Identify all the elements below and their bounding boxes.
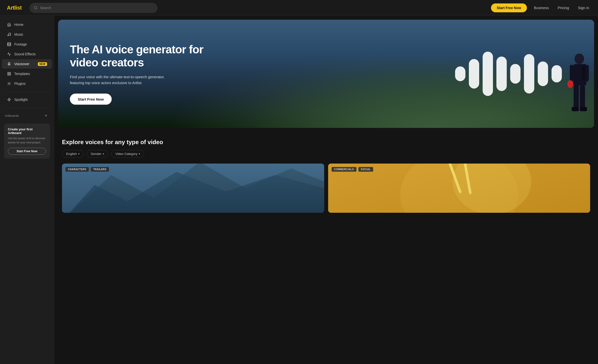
search-input[interactable] [40,6,153,10]
svg-point-16 [9,83,10,84]
top-nav: Artlist Start Free Now Business Pricing … [0,0,598,16]
svg-point-0 [34,6,37,9]
header-cta-button[interactable]: Start Free Now [491,3,527,12]
svg-point-18 [575,54,584,64]
music-icon [7,32,11,37]
sidebar-item-templates[interactable]: Templates [2,69,52,78]
sidebar-item-voiceover[interactable]: Voiceover NEW [2,59,52,69]
artboards-title: Artboards [5,114,19,118]
filter-row: English ▾ Gender ▾ Video Category ▾ [62,150,590,158]
main-layout: Home Music Footage Sound Effects Voiceov [0,16,598,364]
svg-rect-15 [8,74,9,75]
tag-social: SOCIAL [358,167,373,172]
language-filter-label: English [66,152,77,156]
home-icon [7,22,11,27]
gender-filter-label: Gender [91,152,101,156]
wave-bar-0 [455,66,465,81]
search-bar[interactable] [30,3,157,13]
language-filter[interactable]: English ▾ [62,150,84,158]
video-card-yellow[interactable]: COMMERCIALS SOCIAL [328,164,590,213]
templates-icon [7,72,11,76]
nav-link-business[interactable]: Business [532,5,551,11]
svg-rect-24 [580,85,585,109]
spotlight-icon [7,97,11,102]
yellow-card-tags: COMMERCIALS SOCIAL [332,167,373,172]
artboard-card: Create your first Artboard Use the power… [4,123,50,159]
tag-characters: CHARACTERS [65,167,89,172]
tag-commercials: COMMERCIALS [332,167,356,172]
wave-bar-3 [496,57,507,91]
sidebar: Home Music Footage Sound Effects Voiceov [0,16,54,364]
sidebar-label-home: Home [14,23,47,27]
wave-bar-7 [552,65,562,82]
svg-rect-12 [8,72,9,74]
artboard-card-title: Create your first Artboard [8,127,46,135]
hero-content: The AI voice generator for video creator… [70,43,208,105]
hero-banner: The AI voice generator for video creator… [58,20,594,128]
svg-rect-22 [585,65,589,81]
hero-person-silhouette [565,52,594,128]
svg-point-2 [10,35,11,36]
sidebar-label-spotlight: Spotlight [14,98,47,102]
hero-waveform [455,52,562,96]
wave-bar-4 [510,64,521,84]
wave-bar-6 [538,61,548,86]
mountains-card-tags: CHARACTERS TRAILERS [65,167,109,172]
sidebar-item-plugins[interactable]: Plugins [2,79,52,88]
category-filter-label: Video Category [115,152,137,156]
gender-filter[interactable]: Gender ▾ [87,150,108,158]
svg-point-27 [567,80,573,88]
svg-rect-26 [580,107,587,111]
voiceover-icon [7,62,11,66]
artboards-add-button[interactable]: + [43,113,49,119]
footage-icon [7,42,11,46]
sidebar-label-voiceover: Voiceover [14,62,35,66]
plugins-icon [7,81,11,86]
sound-effects-icon [7,52,11,56]
logo[interactable]: Artlist [7,5,22,11]
sidebar-divider [4,91,50,92]
main-content: The AI voice generator for video creator… [54,16,598,364]
wave-bar-1 [469,59,479,89]
svg-rect-13 [9,72,11,74]
video-grid: CHARACTERS TRAILERS [62,164,590,213]
sidebar-divider-2 [4,107,50,108]
svg-rect-14 [9,74,11,75]
hero-cta-button[interactable]: Start Free Now [70,93,112,105]
sidebar-item-footage[interactable]: Footage [2,40,52,49]
video-card-mountains[interactable]: CHARACTERS TRAILERS [62,164,324,213]
svg-rect-25 [572,107,579,111]
artboards-section: Artboards + [0,111,54,121]
category-chevron-icon: ▾ [139,152,140,155]
hero-subtitle: Find your voice with the ultimate text-t… [70,74,173,86]
explore-section: Explore voices for any type of video Eng… [54,132,598,220]
nav-link-pricing[interactable]: Pricing [556,5,571,11]
svg-rect-21 [570,65,574,81]
tag-trailers: TRAILERS [91,167,109,172]
explore-title: Explore voices for any type of video [62,139,590,146]
sidebar-label-templates: Templates [14,72,47,76]
logo-text: Artlist [7,5,22,11]
svg-point-1 [8,35,9,36]
search-icon [34,6,38,10]
hero-title: The AI voice generator for video creator… [70,43,208,69]
sidebar-item-spotlight[interactable]: Spotlight [2,95,52,104]
nav-link-signin[interactable]: Sign in [576,5,591,11]
sidebar-item-sound-effects[interactable]: Sound Effects [2,49,52,59]
svg-marker-17 [8,98,11,101]
artboard-start-button[interactable]: Start Free Now [8,148,46,155]
new-badge: NEW [38,62,47,66]
sidebar-item-music[interactable]: Music [2,30,52,39]
artboard-card-desc: Use the power of AI to discover assets f… [8,136,46,144]
wave-bar-5 [524,54,534,93]
sidebar-item-home[interactable]: Home [2,20,52,29]
category-filter[interactable]: Video Category ▾ [111,150,144,158]
svg-rect-23 [574,85,579,109]
language-chevron-icon: ▾ [78,152,79,155]
gender-chevron-icon: ▾ [103,152,104,155]
sidebar-label-sound-effects: Sound Effects [14,52,47,56]
sidebar-label-footage: Footage [14,42,47,46]
sidebar-label-music: Music [14,32,47,36]
wave-bar-2 [483,52,493,96]
sidebar-label-plugins: Plugins [14,82,47,86]
